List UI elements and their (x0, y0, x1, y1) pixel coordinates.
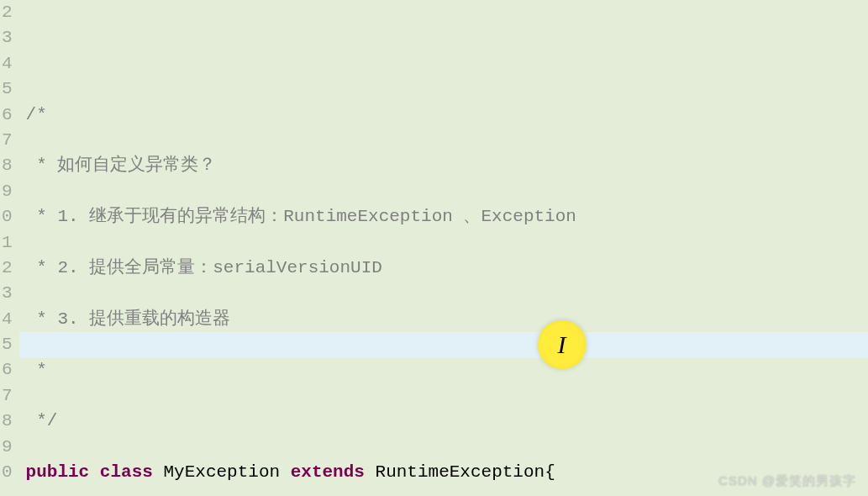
comment: * 3. 提供重载的构造器 (26, 309, 231, 329)
line-number: 4 (2, 51, 13, 77)
class-name: RuntimeException (376, 462, 545, 482)
watermark: CSDN @爱笑的男孩字 (718, 473, 856, 489)
line-number-gutter: 2 3 4 5 6 7 8 9 0 1 2 3 4 5 6 7 8 9 0 (0, 0, 19, 496)
comment: serialVersionUID (213, 258, 382, 277)
line-number: 7 (2, 383, 13, 409)
line-number: 9 (2, 179, 13, 204)
code-content[interactable]: /* * 如何自定义异常类？ * 1. 继承于现有的异常结构：RuntimeEx… (26, 77, 868, 496)
ibeam-icon: I (558, 332, 566, 357)
cursor-highlight-icon: I (538, 320, 587, 369)
line-number: 6 (2, 103, 13, 128)
line-number: 8 (2, 153, 13, 178)
line-number: 6 (2, 357, 13, 383)
brace: { (544, 462, 555, 482)
space (365, 462, 376, 482)
comment: * 2. 提供全局常量： (26, 258, 213, 277)
comment: */ (26, 411, 58, 430)
class-name: MyException (163, 462, 280, 482)
comment: * 1. 继承于现有的异常结构： (26, 207, 284, 226)
comment: * (26, 361, 47, 380)
line-number: 2 (2, 256, 13, 281)
space (153, 462, 164, 482)
line-number: 9 (2, 435, 13, 460)
space (89, 462, 100, 482)
line-number: 5 (2, 332, 13, 357)
line-number: 1 (2, 230, 13, 256)
line-number: 7 (2, 128, 13, 153)
line-number: 3 (2, 281, 13, 306)
code-editor[interactable]: 2 3 4 5 6 7 8 9 0 1 2 3 4 5 6 7 8 9 0 /*… (0, 0, 868, 496)
line-number: 3 (2, 25, 13, 50)
line-number: 5 (2, 77, 13, 102)
code-area[interactable]: /* * 如何自定义异常类？ * 1. 继承于现有的异常结构：RuntimeEx… (19, 0, 868, 496)
comment: * 如何自定义异常类？ (26, 156, 217, 175)
line-number: 0 (2, 204, 13, 230)
line-number: 2 (2, 0, 13, 25)
comment: RuntimeException 、Exception (283, 207, 576, 226)
line-number: 4 (2, 307, 13, 332)
keyword-class: class (100, 462, 153, 482)
line-number: 8 (2, 409, 13, 434)
line-number: 0 (2, 460, 13, 485)
comment: /* (26, 105, 47, 124)
keyword-extends: extends (291, 462, 365, 482)
space (280, 462, 291, 482)
keyword-public: public (26, 462, 90, 482)
